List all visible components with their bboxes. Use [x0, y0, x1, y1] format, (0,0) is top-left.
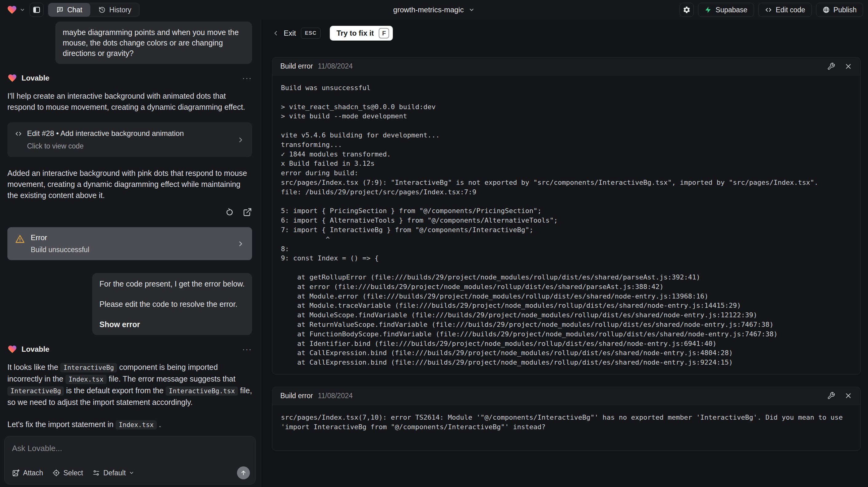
chat-history-toggle: Chat History	[48, 3, 140, 17]
chat-bubble-icon	[56, 6, 64, 13]
chat-message-list[interactable]: maybe diagramming points and when you mo…	[0, 20, 261, 487]
chevron-left-icon	[272, 30, 279, 37]
build-error-panel-2: Build error 11/08/2024 src/pages/Index.t…	[272, 387, 861, 451]
sliders-icon	[92, 469, 100, 477]
send-button[interactable]	[237, 466, 250, 479]
error-card-subtitle: Build unsuccessful	[31, 246, 89, 254]
mode-dropdown[interactable]: Default	[92, 469, 134, 477]
chat-input[interactable]	[12, 444, 250, 457]
globe-icon	[823, 6, 830, 13]
lovable-heart-icon	[7, 344, 17, 354]
user-message: For the code present, I get the error be…	[92, 273, 252, 335]
chevron-right-icon	[237, 136, 245, 144]
assistant-name: Lovable	[22, 345, 50, 354]
try-to-fix-button[interactable]: Try to fix it F	[330, 26, 393, 40]
error-panel-title: Build error	[280, 392, 313, 400]
overlay-header: Exit ESC Try to fix it F	[272, 26, 861, 40]
open-preview-icon[interactable]	[243, 208, 252, 217]
build-error-overlay: Exit ESC Try to fix it F Build error 11/…	[261, 20, 868, 487]
edit-28-card[interactable]: Edit #28 • Add interactive background an…	[7, 122, 252, 157]
assistant-fix-text: Let's fix the import statement in Index.…	[7, 419, 252, 430]
error-panel-date: 11/08/2024	[318, 392, 352, 400]
chevron-right-icon	[237, 240, 245, 248]
show-error-link[interactable]: Show error	[100, 319, 245, 330]
assistant-intro-text: I'll help create an interactive backgrou…	[7, 90, 252, 113]
assistant-message-header: Lovable ···	[7, 344, 252, 354]
error-panel-header: Build error 11/08/2024	[272, 387, 860, 405]
image-attach-icon	[12, 469, 20, 477]
gear-icon	[683, 6, 691, 14]
error-panel-title: Build error	[280, 62, 313, 70]
attach-button[interactable]: Attach	[12, 469, 43, 477]
tab-history[interactable]: History	[90, 3, 140, 17]
close-icon[interactable]	[844, 62, 852, 70]
supabase-button[interactable]: Supabase	[698, 3, 754, 17]
chevron-down-icon	[20, 7, 25, 12]
build-log[interactable]: src/pages/Index.tsx(7,10): error TS2614:…	[272, 405, 860, 450]
lovable-heart-icon	[7, 5, 17, 15]
lovable-logo-menu[interactable]	[5, 5, 25, 15]
mode-label: Default	[103, 469, 126, 477]
code-brackets-icon	[15, 129, 22, 150]
wrench-fix-icon[interactable]	[827, 62, 835, 70]
warning-triangle-icon	[15, 233, 25, 254]
error-card-title: Error	[31, 233, 89, 242]
arrow-up-icon	[240, 469, 247, 476]
select-element-button[interactable]: Select	[52, 469, 83, 477]
tab-chat-label: Chat	[67, 6, 82, 14]
code-brackets-icon	[765, 6, 772, 13]
assistant-summary-text: Added an interactive background with pin…	[7, 168, 252, 201]
attach-label: Attach	[23, 469, 43, 477]
assistant-message-header: Lovable ···	[7, 73, 252, 83]
sidebar-panel-icon	[33, 6, 40, 14]
error-panel-header: Build error 11/08/2024	[272, 58, 860, 75]
lovable-app: Chat History growth-metrics-magic	[0, 0, 868, 487]
tab-chat[interactable]: Chat	[48, 3, 90, 17]
edit-card-title: Edit #28 • Add interactive background an…	[27, 129, 184, 138]
supabase-bolt-icon	[705, 6, 712, 13]
chevron-down-icon	[469, 7, 475, 13]
assistant-diagnosis-text: It looks like the InteractiveBg componen…	[7, 362, 252, 408]
esc-key-badge: ESC	[301, 28, 320, 39]
project-switcher[interactable]: growth-metrics-magic	[393, 0, 474, 20]
top-bar: Chat History growth-metrics-magic	[0, 0, 868, 20]
chevron-down-icon	[129, 470, 134, 476]
exit-label: Exit	[284, 29, 296, 37]
restore-icon[interactable]	[225, 208, 234, 217]
lovable-heart-icon	[7, 73, 17, 83]
edit-code-label: Edit code	[776, 6, 805, 14]
user-message-text: For the code present, I get the error be…	[100, 278, 245, 289]
build-log[interactable]: Build was unsuccessful > vite_react_shad…	[272, 75, 860, 374]
build-error-panel-1: Build error 11/08/2024 Build was unsucce…	[272, 57, 861, 374]
more-options-icon[interactable]: ···	[242, 346, 252, 352]
target-select-icon	[52, 469, 60, 477]
error-panel-date: 11/08/2024	[318, 62, 352, 70]
publish-label: Publish	[834, 6, 857, 14]
edit-code-button[interactable]: Edit code	[758, 3, 812, 17]
supabase-label: Supabase	[716, 6, 747, 14]
close-icon[interactable]	[844, 392, 852, 400]
project-name: growth-metrics-magic	[393, 5, 464, 14]
history-clock-icon	[98, 6, 106, 13]
user-message-text: Please edit the code to resolve the erro…	[100, 299, 245, 309]
chat-panel: maybe diagramming points and when you mo…	[0, 20, 261, 487]
chat-composer: Attach Select Default	[4, 436, 256, 485]
user-message-text: maybe diagramming points and when you mo…	[63, 27, 245, 58]
assistant-name: Lovable	[22, 74, 50, 82]
edit-card-subtitle: Click to view code	[27, 142, 184, 150]
f-key-badge: F	[379, 28, 389, 38]
wrench-fix-icon[interactable]	[827, 392, 835, 400]
settings-button[interactable]	[680, 3, 694, 17]
build-error-summary-card[interactable]: Error Build unsuccessful	[7, 227, 252, 260]
user-message: maybe diagramming points and when you mo…	[55, 22, 252, 64]
exit-button[interactable]: Exit	[272, 29, 296, 37]
fix-button-label: Try to fix it	[337, 29, 374, 37]
publish-button[interactable]: Publish	[816, 3, 863, 17]
more-options-icon[interactable]: ···	[242, 75, 252, 81]
toggle-sidebar-button[interactable]	[30, 3, 44, 17]
message-actions-row	[7, 208, 252, 217]
select-label: Select	[63, 469, 83, 477]
tab-history-label: History	[110, 6, 131, 14]
